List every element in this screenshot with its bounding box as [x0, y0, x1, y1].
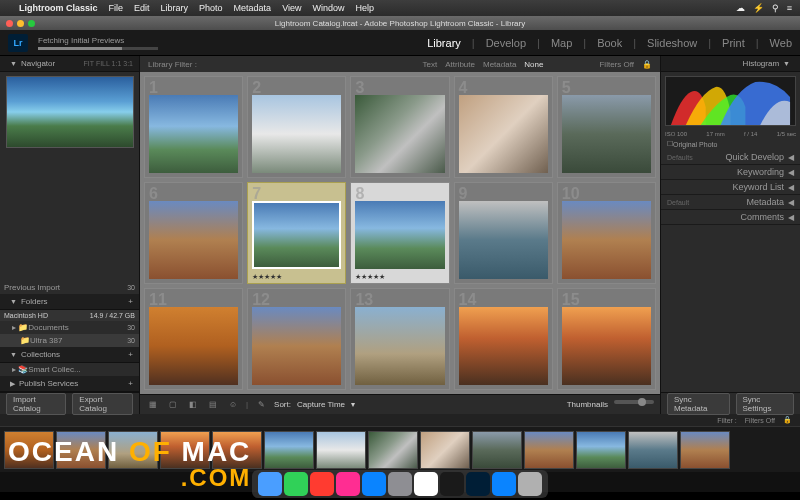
minimize-window-button[interactable]: [17, 20, 24, 27]
dock-app-icon[interactable]: [284, 472, 308, 496]
grid-cell[interactable]: 8★★★★★: [350, 182, 449, 284]
module-slideshow[interactable]: Slideshow: [647, 37, 697, 49]
lock-icon[interactable]: 🔒: [783, 416, 792, 424]
navigator-header[interactable]: ▼ Navigator FIT FILL 1:1 3:1: [0, 56, 139, 72]
dock-app-icon[interactable]: [518, 472, 542, 496]
dock-app-icon[interactable]: [414, 472, 438, 496]
grid-toolbar: ▦ ▢ ◧ ▤ ☺ | ✎ Sort: Capture Time ▾ Thumb…: [140, 394, 660, 414]
dock-app-icon[interactable]: [492, 472, 516, 496]
sync-metadata-button[interactable]: Sync Metadata: [667, 393, 730, 415]
menu-view[interactable]: View: [282, 3, 301, 13]
filter-none[interactable]: None: [524, 60, 543, 69]
filter-metadata[interactable]: Metadata: [483, 60, 516, 69]
filmstrip-filters-off[interactable]: Filters Off: [745, 417, 775, 424]
cloud-icon[interactable]: ☁: [736, 3, 745, 13]
grid-cell[interactable]: 4: [454, 76, 553, 178]
sort-value[interactable]: Capture Time: [297, 400, 345, 409]
filmstrip-thumb[interactable]: [316, 431, 366, 469]
menu-window[interactable]: Window: [312, 3, 344, 13]
grid-view-icon[interactable]: ▦: [146, 398, 160, 412]
grid-cell[interactable]: 10: [557, 182, 656, 284]
module-book[interactable]: Book: [597, 37, 622, 49]
grid-cell[interactable]: 12: [247, 288, 346, 390]
folder-ultra[interactable]: 📁 Ultra 387 30: [0, 334, 139, 347]
people-view-icon[interactable]: ☺: [226, 398, 240, 412]
module-web[interactable]: Web: [770, 37, 792, 49]
publish-header[interactable]: ▶Publish Services+: [0, 376, 139, 392]
import-catalog-button[interactable]: Import Catalog: [6, 393, 66, 415]
histogram-header[interactable]: Histogram▼: [661, 56, 800, 72]
mac-dock[interactable]: [252, 470, 548, 498]
close-window-button[interactable]: [6, 20, 13, 27]
keyword-list-header[interactable]: Keyword List◀: [661, 180, 800, 195]
volume-row[interactable]: Macintosh HD 14.9 / 42.7 GB: [0, 310, 139, 321]
keywording-header[interactable]: Keywording◀: [661, 165, 800, 180]
grid-cell[interactable]: 11: [144, 288, 243, 390]
filmstrip-thumb[interactable]: [264, 431, 314, 469]
grid-cell[interactable]: 5: [557, 76, 656, 178]
filter-attribute[interactable]: Attribute: [445, 60, 475, 69]
filmstrip-thumb[interactable]: [628, 431, 678, 469]
comments-header[interactable]: Comments◀: [661, 210, 800, 225]
collections-header[interactable]: ▼Collections+: [0, 347, 139, 363]
control-center-icon[interactable]: ≡: [787, 3, 792, 13]
dock-app-icon[interactable]: [258, 472, 282, 496]
grid-cell[interactable]: 1: [144, 76, 243, 178]
sync-settings-button[interactable]: Sync Settings: [736, 393, 794, 415]
menu-help[interactable]: Help: [356, 3, 375, 13]
previous-import-row[interactable]: Previous Import 30: [0, 281, 139, 294]
grid-cell[interactable]: 9: [454, 182, 553, 284]
compare-view-icon[interactable]: ◧: [186, 398, 200, 412]
grid-view[interactable]: 1234567★★★★★8★★★★★9101112131415: [140, 72, 660, 394]
grid-cell[interactable]: 7★★★★★: [247, 182, 346, 284]
filmstrip-thumb[interactable]: [368, 431, 418, 469]
lock-icon[interactable]: 🔒: [642, 60, 652, 69]
painter-icon[interactable]: ✎: [254, 398, 268, 412]
module-map[interactable]: Map: [551, 37, 572, 49]
module-print[interactable]: Print: [722, 37, 745, 49]
histogram[interactable]: [665, 76, 796, 126]
dock-app-icon[interactable]: [466, 472, 490, 496]
filmstrip-thumb[interactable]: [524, 431, 574, 469]
dock-app-icon[interactable]: [310, 472, 334, 496]
dock-app-icon[interactable]: [388, 472, 412, 496]
module-develop[interactable]: Develop: [486, 37, 526, 49]
thumbnail-size-slider[interactable]: [614, 400, 654, 404]
dock-app-icon[interactable]: [362, 472, 386, 496]
grid-cell[interactable]: 6: [144, 182, 243, 284]
grid-cell[interactable]: 2: [247, 76, 346, 178]
original-photo-checkbox[interactable]: ☐ Original Photo: [661, 138, 800, 150]
grid-cell[interactable]: 13: [350, 288, 449, 390]
search-icon[interactable]: ⚲: [772, 3, 779, 13]
survey-view-icon[interactable]: ▤: [206, 398, 220, 412]
grid-cell[interactable]: 15: [557, 288, 656, 390]
filter-text[interactable]: Text: [423, 60, 438, 69]
menu-metadata[interactable]: Metadata: [234, 3, 272, 13]
menu-edit[interactable]: Edit: [134, 3, 150, 13]
menu-photo[interactable]: Photo: [199, 3, 223, 13]
wifi-icon[interactable]: ⚡: [753, 3, 764, 13]
grid-cell[interactable]: 14: [454, 288, 553, 390]
folder-documents[interactable]: ▸ 📁 Documents 30: [0, 321, 139, 334]
filmstrip-thumb[interactable]: [680, 431, 730, 469]
dock-app-icon[interactable]: [440, 472, 464, 496]
metadata-header[interactable]: Default Metadata◀: [661, 195, 800, 210]
loupe-view-icon[interactable]: ▢: [166, 398, 180, 412]
zoom-window-button[interactable]: [28, 20, 35, 27]
filters-off-toggle[interactable]: Filters Off: [599, 60, 634, 69]
filmstrip-thumb[interactable]: [472, 431, 522, 469]
collection-smart[interactable]: ▸ 📚 Smart Collec...: [0, 363, 139, 376]
quick-develop-header[interactable]: Defaults Quick Develop◀: [661, 150, 800, 165]
filmstrip-thumb[interactable]: [420, 431, 470, 469]
filmstrip-thumb[interactable]: [576, 431, 626, 469]
menu-library[interactable]: Library: [161, 3, 189, 13]
dock-app-icon[interactable]: [336, 472, 360, 496]
menu-app[interactable]: Lightroom Classic: [19, 3, 98, 13]
module-library[interactable]: Library: [427, 37, 461, 49]
folders-header[interactable]: ▼Folders+: [0, 294, 139, 310]
export-catalog-button[interactable]: Export Catalog: [72, 393, 133, 415]
navigator-preview[interactable]: [6, 76, 134, 148]
menu-file[interactable]: File: [109, 3, 124, 13]
grid-cell[interactable]: 3: [350, 76, 449, 178]
chevron-down-icon[interactable]: ▾: [351, 400, 355, 409]
